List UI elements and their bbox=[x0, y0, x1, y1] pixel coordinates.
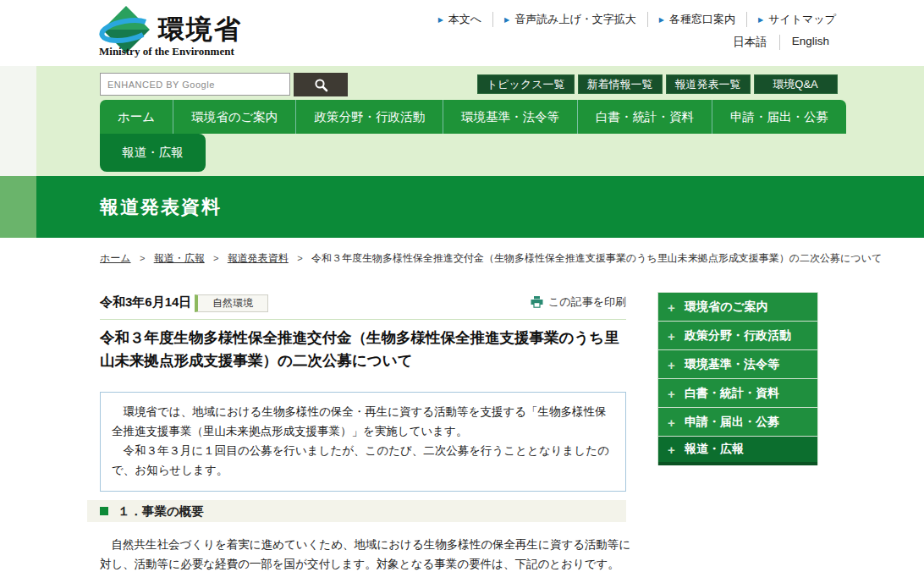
nav-item-whitepaper[interactable]: 白書・統計・資料 bbox=[577, 100, 712, 134]
nav-item-application[interactable]: 申請・届出・公募 bbox=[712, 100, 846, 134]
sidebar-item-whitepaper[interactable]: + 白書・統計・資料 bbox=[658, 379, 817, 408]
search-nav-band: トピックス一覧 新着情報一覧 報道発表一覧 環境Q&A ホーム 環境省のご案内 … bbox=[36, 66, 924, 176]
quick-links: トピックス一覧 新着情報一覧 報道発表一覧 環境Q&A bbox=[477, 74, 838, 94]
sidebar-item-label: 環境基準・法令等 bbox=[685, 357, 779, 372]
utility-link-main-content[interactable]: ▶ 本文へ bbox=[427, 12, 493, 27]
utility-link-label: 音声読み上げ・文字拡大 bbox=[514, 12, 636, 27]
sidebar-item-press-active[interactable]: + 報道・広報 bbox=[658, 437, 817, 465]
green-square-bullet-icon bbox=[100, 507, 108, 515]
breadcrumb: ホーム > 報道・広報 > 報道発表資料 > 令和３年度生物多様性保全推進交付金… bbox=[100, 251, 912, 266]
lang-english[interactable]: English bbox=[780, 35, 829, 50]
sidebar-item-label: 政策分野・行政活動 bbox=[685, 328, 791, 344]
breadcrumb-separator: > bbox=[213, 253, 218, 263]
banner-left-accent bbox=[0, 176, 36, 238]
logo-title: 環境省 bbox=[158, 12, 242, 47]
sidebar-item-standards[interactable]: + 環境基準・法令等 bbox=[658, 350, 817, 379]
breadcrumb-link-home[interactable]: ホーム bbox=[100, 252, 131, 264]
arrow-right-icon: ▶ bbox=[438, 16, 443, 24]
nav-item-home[interactable]: ホーム bbox=[100, 100, 173, 134]
logo-subtitle: Ministry of the Environment bbox=[99, 45, 234, 58]
sidebar-item-label: 白書・統計・資料 bbox=[685, 386, 779, 401]
section-heading-bar: １．事業の概要 bbox=[87, 500, 626, 522]
breadcrumb-separator: > bbox=[140, 253, 145, 263]
breadcrumb-link-press[interactable]: 報道・広報 bbox=[154, 252, 205, 264]
sidebar-item-label: 環境省のご案内 bbox=[685, 300, 768, 315]
sidebar-item-about[interactable]: + 環境省のご案内 bbox=[658, 293, 817, 322]
search-icon bbox=[314, 78, 328, 92]
quick-link-env-qa[interactable]: 環境Q&A bbox=[754, 74, 838, 94]
nav-item-press-active[interactable]: 報道・広報 bbox=[100, 134, 206, 172]
arrow-right-icon: ▶ bbox=[758, 16, 763, 24]
category-badge[interactable]: 自然環境 bbox=[195, 294, 268, 312]
article-meta-row: 令和3年6月14日 自然環境 この記事を印刷 bbox=[100, 291, 626, 320]
article-title: 令和３年度生物多様性保全推進交付金（生物多様性保全推進支援事業のうち里山未来拠点… bbox=[100, 327, 631, 373]
arrow-right-icon: ▶ bbox=[504, 16, 509, 24]
sidebar-item-label: 申請・届出・公募 bbox=[685, 415, 779, 430]
printer-icon bbox=[531, 296, 543, 308]
band-left-margin bbox=[0, 66, 36, 176]
article-date: 令和3年6月14日 bbox=[100, 294, 191, 311]
search-button[interactable] bbox=[294, 73, 348, 96]
plus-icon: + bbox=[668, 386, 675, 400]
plus-icon: + bbox=[668, 328, 675, 343]
print-link[interactable]: この記事を印刷 bbox=[531, 294, 626, 310]
utility-link-label: 各種窓口案内 bbox=[669, 12, 735, 27]
sidebar-menu: + 環境省のご案内 + 政策分野・行政活動 + 環境基準・法令等 + 白書・統計… bbox=[657, 292, 818, 465]
utility-link-label: サイトマップ bbox=[768, 12, 836, 27]
arrow-right-icon: ▶ bbox=[659, 16, 664, 24]
nav-item-policy[interactable]: 政策分野・行政活動 bbox=[295, 100, 443, 134]
search-input[interactable] bbox=[100, 73, 290, 96]
quick-link-whats-new[interactable]: 新着情報一覧 bbox=[578, 74, 663, 94]
breadcrumb-current: 令和３年度生物多様性保全推進交付金（生物多様性保全推進支援事業のうち里山未来拠点… bbox=[311, 252, 882, 264]
utility-link-label: 本文へ bbox=[448, 12, 481, 27]
nav-item-standards[interactable]: 環境基準・法令等 bbox=[443, 100, 577, 134]
summary-paragraph-2: 令和３年３月に１回目の公募を行いましたが、このたび、二次公募を行うこととなりまし… bbox=[112, 442, 614, 481]
plus-icon: + bbox=[668, 357, 675, 371]
moe-logo[interactable]: 環境省 Ministry of the Environment bbox=[99, 4, 336, 63]
utility-link-contact-desk[interactable]: ▶ 各種窓口案内 bbox=[648, 12, 747, 27]
breadcrumb-link-press-materials[interactable]: 報道発表資料 bbox=[228, 252, 289, 264]
section-body-text: 自然共生社会づくりを着実に進めていくため、地域における生物多様性の保全再生に資す… bbox=[100, 535, 631, 574]
plus-icon: + bbox=[668, 415, 675, 429]
plus-icon: + bbox=[668, 300, 675, 314]
global-nav: ホーム 環境省のご案内 政策分野・行政活動 環境基準・法令等 白書・統計・資料 … bbox=[100, 100, 846, 134]
utility-link-accessibility[interactable]: ▶ 音声読み上げ・文字拡大 bbox=[493, 12, 648, 27]
page: 環境省 Ministry of the Environment ▶ 本文へ ▶ … bbox=[0, 0, 924, 583]
lang-japanese[interactable]: 日本語 bbox=[721, 35, 780, 50]
page-title: 報道発表資料 bbox=[100, 195, 222, 220]
summary-paragraph-1: 環境省では、地域における生物多様性の保全・再生に資する活動等を支援する「生物多様… bbox=[112, 403, 614, 442]
sidebar-item-application[interactable]: + 申請・届出・公募 bbox=[658, 408, 817, 437]
article-summary-box: 環境省では、地域における生物多様性の保全・再生に資する活動等を支援する「生物多様… bbox=[100, 392, 626, 492]
quick-link-topics[interactable]: トピックス一覧 bbox=[477, 74, 575, 94]
language-switcher: 日本語 English bbox=[721, 35, 829, 50]
sidebar-item-policy[interactable]: + 政策分野・行政活動 bbox=[658, 322, 817, 350]
page-banner: 報道発表資料 bbox=[36, 176, 924, 238]
utility-link-sitemap[interactable]: ▶ サイトマップ bbox=[747, 12, 836, 27]
breadcrumb-separator: > bbox=[297, 253, 302, 263]
utility-nav: ▶ 本文へ ▶ 音声読み上げ・文字拡大 ▶ 各種窓口案内 ▶ サイトマップ bbox=[427, 12, 836, 27]
section-heading: １．事業の概要 bbox=[118, 503, 204, 520]
sidebar-item-label: 報道・広報 bbox=[685, 442, 744, 457]
nav-item-about[interactable]: 環境省のご案内 bbox=[173, 100, 295, 134]
print-link-label: この記事を印刷 bbox=[548, 294, 626, 310]
plus-icon: + bbox=[668, 443, 675, 457]
quick-link-press-list[interactable]: 報道発表一覧 bbox=[666, 74, 751, 94]
